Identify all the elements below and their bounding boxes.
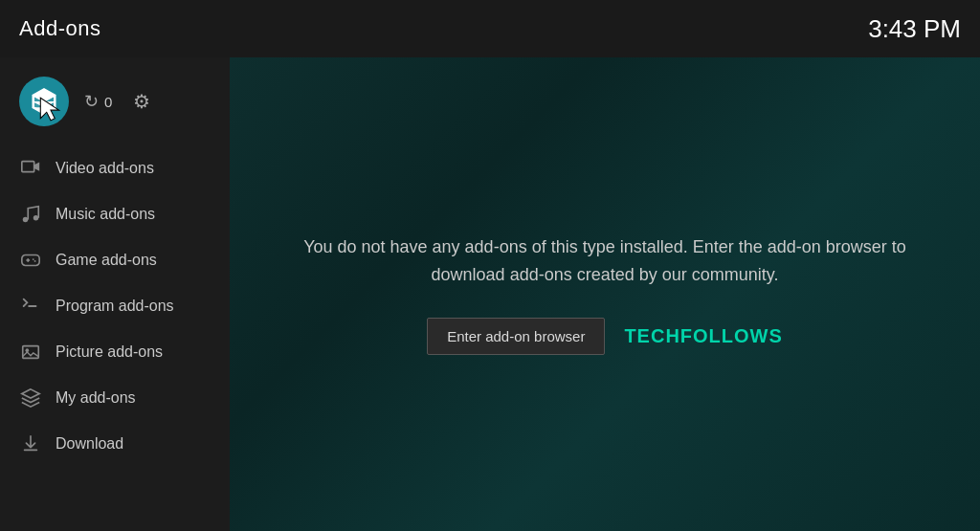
settings-button[interactable]: ⚙: [133, 90, 150, 113]
content-inner: You do not have any add-ons of this type…: [270, 214, 940, 374]
sidebar-item-label: Game add-ons: [56, 252, 157, 269]
svg-rect-4: [22, 162, 34, 172]
game-icon: [19, 249, 42, 272]
sidebar-item-label: Video add-ons: [56, 160, 154, 177]
svg-point-12: [34, 260, 36, 262]
gear-icon: ⚙: [133, 91, 150, 112]
content-area: You do not have any add-ons of this type…: [230, 57, 980, 531]
download-icon: [19, 432, 42, 455]
myaddon-icon: [19, 387, 42, 409]
refresh-icon: ↻: [84, 91, 99, 112]
sidebar-item-video-addons[interactable]: Video add-ons: [0, 145, 230, 191]
sidebar: ↻ 0 ⚙ Video add-ons Music ad: [0, 57, 230, 531]
svg-point-7: [33, 215, 39, 221]
sidebar-item-download[interactable]: Download: [0, 421, 230, 467]
picture-icon: [19, 341, 42, 364]
techfollows-logo: TECHFOLLOWS: [624, 325, 782, 347]
header-time: 3:43 PM: [868, 14, 961, 44]
header: Add-ons 3:43 PM: [0, 0, 980, 57]
svg-point-11: [33, 258, 34, 260]
sidebar-item-program-addons[interactable]: Program add-ons: [0, 283, 230, 329]
no-addons-message: You do not have any add-ons of this type…: [289, 233, 921, 289]
sidebar-item-label: Picture add-ons: [56, 343, 163, 361]
svg-marker-5: [34, 163, 39, 171]
page-title: Add-ons: [19, 16, 100, 41]
sidebar-item-label: Download: [56, 435, 123, 453]
box-icon: [30, 87, 58, 116]
music-icon: [19, 203, 42, 226]
refresh-count: 0: [104, 94, 112, 110]
sidebar-item-label: Program add-ons: [56, 298, 174, 315]
svg-rect-8: [22, 255, 39, 266]
sidebar-item-my-addons[interactable]: My add-ons: [0, 375, 230, 421]
sidebar-nav: Video add-ons Music add-ons Game add-ons: [0, 145, 230, 467]
sidebar-item-label: My add-ons: [56, 389, 136, 407]
video-icon: [19, 157, 42, 180]
sidebar-item-music-addons[interactable]: Music add-ons: [0, 191, 230, 237]
sidebar-item-label: Music add-ons: [56, 206, 155, 223]
refresh-button[interactable]: ↻ 0: [84, 91, 112, 112]
addon-box-button[interactable]: [19, 77, 69, 126]
sidebar-item-game-addons[interactable]: Game add-ons: [0, 237, 230, 283]
sidebar-top-controls: ↻ 0 ⚙: [0, 67, 230, 145]
program-icon: [19, 295, 42, 318]
enter-addon-browser-button[interactable]: Enter add-on browser: [427, 318, 605, 355]
content-actions: Enter add-on browser TECHFOLLOWS: [289, 318, 921, 355]
main-layout: ↻ 0 ⚙ Video add-ons Music ad: [0, 57, 980, 531]
svg-point-6: [23, 217, 29, 223]
sidebar-item-picture-addons[interactable]: Picture add-ons: [0, 329, 230, 375]
